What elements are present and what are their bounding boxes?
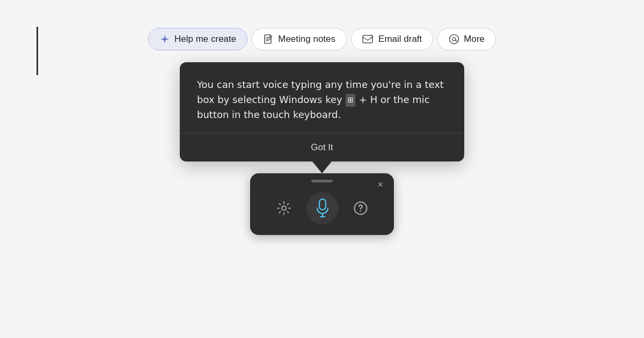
tooltip-container: You can start voice typing any time you'… xyxy=(180,62,464,235)
svg-point-9 xyxy=(360,210,361,211)
toolbar: Help me create Meeting notes Email draft xyxy=(148,28,496,50)
email-draft-button[interactable]: Email draft xyxy=(351,28,433,50)
svg-rect-5 xyxy=(319,199,326,210)
tooltip-bubble: You can start voice typing any time you'… xyxy=(180,62,464,161)
microphone-button[interactable] xyxy=(306,192,339,224)
tooltip-arrow xyxy=(312,161,332,173)
widget-top-bar: × xyxy=(259,180,385,182)
help-me-create-label: Help me create xyxy=(174,34,236,45)
tooltip-text: You can start voice typing any time you'… xyxy=(197,77,447,122)
settings-button[interactable] xyxy=(276,201,291,216)
help-icon xyxy=(354,201,368,215)
gear-icon xyxy=(276,201,291,216)
document-icon xyxy=(263,34,274,45)
got-it-button[interactable]: Got It xyxy=(197,134,447,161)
svg-rect-1 xyxy=(363,35,372,43)
more-label: More xyxy=(464,34,485,45)
more-button[interactable]: More xyxy=(437,28,496,50)
voice-controls xyxy=(259,192,385,224)
text-cursor xyxy=(36,27,38,75)
meeting-notes-label: Meeting notes xyxy=(278,34,335,45)
email-icon xyxy=(362,34,374,45)
drag-handle[interactable] xyxy=(311,180,333,182)
microphone-icon xyxy=(315,199,330,218)
windows-key-icon: ⊞ xyxy=(346,94,355,107)
voice-typing-widget: × xyxy=(250,173,394,235)
sparkle-icon xyxy=(159,34,170,45)
email-draft-label: Email draft xyxy=(378,34,422,45)
close-button[interactable]: × xyxy=(375,179,385,190)
svg-point-3 xyxy=(452,38,456,41)
meeting-notes-button[interactable]: Meeting notes xyxy=(252,28,347,50)
at-icon xyxy=(449,34,459,45)
svg-point-4 xyxy=(282,206,286,210)
help-button[interactable] xyxy=(354,201,368,215)
help-me-create-button[interactable]: Help me create xyxy=(148,28,247,50)
svg-point-2 xyxy=(450,35,459,44)
